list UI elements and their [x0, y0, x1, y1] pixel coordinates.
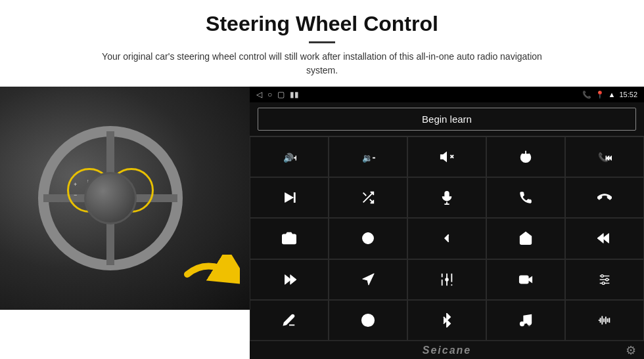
mute-button[interactable]: [407, 137, 486, 177]
record-button[interactable]: [486, 259, 565, 300]
svg-point-46: [601, 274, 604, 277]
camera-button[interactable]: [250, 218, 329, 259]
settings-gear-icon[interactable]: ⚙: [626, 343, 636, 358]
header-section: Steering Wheel Control Your original car…: [0, 0, 644, 84]
skip-back-button[interactable]: [565, 218, 644, 259]
controls-grid: 🔊+ 🔉− 📞: [250, 136, 644, 341]
title-divider: [309, 41, 335, 43]
rotate-360-button[interactable]: 360°: [329, 218, 407, 259]
subtitle: Your original car's steering wheel contr…: [85, 50, 559, 77]
svg-point-51: [520, 322, 524, 326]
page-container: Steering Wheel Control Your original car…: [0, 0, 644, 359]
begin-learn-row: Begin learn: [250, 102, 644, 136]
svg-text:⏮: ⏮: [605, 154, 612, 161]
svg-text:−: −: [74, 192, 77, 198]
svg-line-20: [363, 193, 367, 196]
equalizer-button[interactable]: [407, 259, 486, 300]
svg-text:+: +: [74, 181, 77, 188]
seicane-logo: Seicane: [384, 345, 510, 356]
status-bar-left: ◁ ○ ▢ ▮▮: [256, 90, 299, 99]
nav-home-icon[interactable]: ○: [267, 90, 272, 99]
status-time: 15:52: [619, 91, 637, 98]
svg-point-34: [446, 278, 448, 281]
hang-up-button[interactable]: [565, 177, 644, 218]
circle-dot-button[interactable]: [329, 300, 407, 341]
steering-wheel-hub: [84, 172, 137, 224]
android-panel: ◁ ○ ▢ ▮▮ 📞 📍 ▲ 15:52 Begin learn: [250, 87, 644, 359]
prev-track-button[interactable]: 📞 ⏮: [565, 137, 644, 177]
mic-button[interactable]: [407, 177, 486, 218]
signal-icon: ▮▮: [290, 90, 299, 99]
status-bar: ◁ ○ ▢ ▮▮ 📞 📍 ▲ 15:52: [250, 87, 644, 102]
back-button[interactable]: [407, 218, 486, 259]
nav-back-icon[interactable]: ◁: [256, 90, 262, 99]
content-section: + − ↑ ☎ ⊞ ◇ ○ ◇: [0, 87, 644, 359]
svg-rect-42: [521, 281, 525, 282]
pen-button[interactable]: [250, 300, 329, 341]
settings-eq-button[interactable]: [565, 259, 644, 300]
svg-text:360°: 360°: [365, 241, 371, 244]
navigate-button[interactable]: [329, 259, 407, 300]
svg-marker-11: [441, 153, 446, 161]
bluetooth-button[interactable]: [407, 300, 486, 341]
shuffle-button[interactable]: [329, 177, 407, 218]
svg-point-24: [287, 237, 291, 242]
svg-point-50: [366, 318, 370, 322]
status-bar-right: 📞 📍 ▲ 15:52: [582, 91, 637, 99]
svg-marker-30: [597, 234, 603, 243]
power-button[interactable]: [486, 137, 565, 177]
location-icon: 📍: [595, 91, 605, 99]
home-button[interactable]: [486, 218, 565, 259]
fast-forward-button[interactable]: [250, 259, 329, 300]
yellow-arrow: [181, 255, 240, 297]
phone-status-icon: 📞: [582, 91, 591, 99]
bottom-bar: Seicane ⚙: [250, 341, 644, 359]
svg-point-47: [606, 278, 609, 281]
svg-text:🔊+: 🔊+: [283, 153, 296, 163]
phone-button[interactable]: [486, 177, 565, 218]
svg-marker-33: [363, 274, 374, 285]
svg-text:🔉−: 🔉−: [362, 153, 375, 163]
next-track-button[interactable]: [250, 177, 329, 218]
vol-down-button[interactable]: 🔉−: [329, 137, 407, 177]
svg-point-48: [602, 282, 605, 284]
page-title: Steering Wheel Control: [39, 12, 605, 36]
wifi-icon: ▲: [609, 91, 616, 98]
svg-marker-16: [285, 193, 294, 203]
nav-recents-icon[interactable]: ▢: [277, 90, 285, 99]
steering-wheel-wrap: + − ↑ ☎ ⊞ ◇ ○ ◇: [38, 126, 183, 270]
music-button[interactable]: ⚙: [486, 300, 565, 341]
svg-marker-32: [290, 274, 296, 284]
gear-container: ⚙: [510, 343, 636, 358]
steering-wheel-ring: [38, 126, 183, 270]
svg-rect-17: [294, 193, 295, 203]
steering-wheel-panel: + − ↑ ☎ ⊞ ◇ ○ ◇: [0, 87, 250, 310]
vol-up-button[interactable]: 🔊+: [250, 137, 329, 177]
waveform-button[interactable]: [565, 300, 644, 341]
begin-learn-button[interactable]: Begin learn: [258, 108, 636, 131]
